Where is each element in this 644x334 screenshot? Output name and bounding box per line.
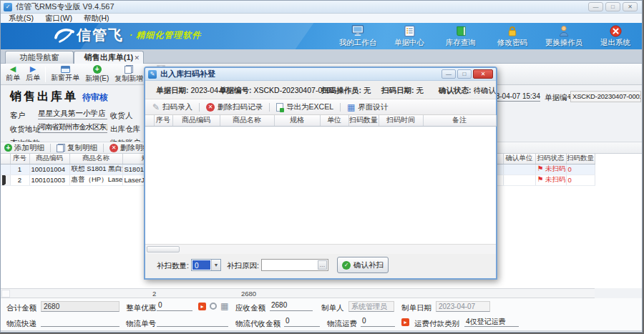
- delete-scan-record-button[interactable]: ✕删除扫码记录: [206, 102, 263, 112]
- dcol-name[interactable]: 商品名称: [220, 115, 274, 126]
- prev-doc-button[interactable]: ◀前单: [3, 64, 23, 84]
- check-icon: ✓: [342, 261, 351, 270]
- grid-icon[interactable]: ▦: [220, 302, 228, 310]
- address-label: 收货地址: [10, 124, 40, 134]
- window-icon: [61, 66, 70, 73]
- ui-design-button[interactable]: ▦界面设计: [347, 102, 388, 112]
- customer-field[interactable]: 星星文具第一小学店: [38, 109, 107, 119]
- discount-label: 整单优惠: [126, 303, 156, 313]
- layout-icon: ▦: [347, 103, 355, 112]
- supplement-qty-combo[interactable]: 0 ▼: [191, 259, 221, 271]
- dialog-close-button[interactable]: ✕: [473, 69, 493, 79]
- col-code[interactable]: 商品编码: [29, 154, 69, 164]
- warehouse-label: 出库仓库: [110, 124, 140, 134]
- dlg-doc-no-label: 单据编号:: [219, 86, 252, 94]
- combo-selected-value: 0: [192, 260, 210, 270]
- new-window-button[interactable]: 新窗开单: [48, 64, 82, 84]
- window-title: 信管飞RMS专业版 V9.4.567: [16, 1, 114, 12]
- scrollbar-thumb[interactable]: [147, 246, 180, 252]
- make-date-field: 2023-04-07: [436, 301, 490, 312]
- total-amount: 2680: [241, 290, 256, 298]
- arrow-left-icon: ◀: [10, 65, 16, 73]
- receivable-field[interactable]: 2680: [270, 301, 313, 311]
- col-name[interactable]: 商品名称: [69, 154, 122, 164]
- add-detail-button[interactable]: +添加明细: [4, 143, 44, 153]
- dialog-horizontal-scrollbar[interactable]: [145, 244, 496, 254]
- dcol-seq[interactable]: 序号: [154, 115, 172, 126]
- dlg-status-value: 待确认: [474, 86, 497, 94]
- copy-detail-button[interactable]: 复制明细: [57, 143, 97, 153]
- delete-icon: ✕: [109, 144, 118, 152]
- minimize-button[interactable]: —: [588, 2, 603, 11]
- express-no-label: 物流单号: [126, 319, 156, 329]
- menu-help[interactable]: 帮助(H): [79, 14, 114, 24]
- freight-check-icon[interactable]: ▸: [401, 318, 409, 326]
- tab-sales-outbound[interactable]: 销售出库单(1) ✕: [74, 51, 144, 64]
- brand-slogan: · 精细化管理软件: [130, 29, 201, 41]
- scan-entry-button[interactable]: ✎扫码录入: [152, 102, 192, 112]
- supplement-reason-input[interactable]: [263, 260, 318, 270]
- express-no-field[interactable]: [157, 317, 228, 327]
- monitor-icon: [351, 25, 365, 37]
- tab-close-icon[interactable]: ✕: [134, 54, 140, 62]
- total-amount-field[interactable]: 2680: [41, 301, 119, 312]
- close-button[interactable]: ✕: [623, 2, 638, 11]
- dcol-qty[interactable]: 扫码数量: [348, 115, 379, 126]
- flag-icon: ⚑: [537, 164, 544, 172]
- menu-system[interactable]: 系统(S): [4, 14, 39, 24]
- excel-icon: [276, 103, 283, 112]
- dcol-spec[interactable]: 规格: [274, 115, 320, 126]
- exit-system-button[interactable]: 退出系统: [595, 25, 636, 48]
- change-password-button[interactable]: 修改密码: [492, 25, 533, 48]
- total-amount-label: 合计金额: [6, 303, 36, 313]
- tab-navigation[interactable]: 功能导航窗: [5, 51, 74, 64]
- col-seq[interactable]: 序号: [10, 154, 29, 164]
- col-confirm-unit[interactable]: 确认单位: [503, 154, 535, 164]
- ellipsis-button[interactable]: …: [318, 260, 327, 270]
- dcol-note[interactable]: 备注: [423, 115, 496, 126]
- doc-no-field[interactable]: XSCKD-20230407-0001: [570, 91, 641, 102]
- document-title: 销售出库单: [10, 89, 78, 104]
- maximize-button[interactable]: □: [605, 2, 620, 11]
- dcol-unit[interactable]: 单位: [320, 115, 348, 126]
- application-window: ✓ 信管飞RMS专业版 V9.4.567 — □ ✕ 系统(S) 窗口(W) 帮…: [0, 0, 643, 333]
- scan-supplement-dialog: ✎ 出入库扫码补登 — □ ✕ 单据日期:2023-04-07 单据编号:XSC…: [144, 67, 497, 280]
- col-scan-status[interactable]: 扫码状态: [535, 154, 566, 164]
- copy-add-button[interactable]: 复制新增: [112, 64, 146, 84]
- brand-name: 信管飞: [77, 26, 124, 45]
- refresh-icon[interactable]: [210, 303, 217, 310]
- confirm-scan-button[interactable]: ✓ 确认补扫: [337, 257, 389, 273]
- export-excel-button[interactable]: 导出为EXCEL: [276, 102, 333, 112]
- express-field[interactable]: [41, 317, 119, 327]
- dcol-code[interactable]: 商品编码: [172, 115, 220, 126]
- freight-type-label: 运费付款类别: [414, 319, 459, 329]
- express-label: 物流快递: [6, 319, 36, 329]
- discount-field[interactable]: 0: [157, 301, 192, 311]
- status-badge: 待审核: [82, 92, 108, 104]
- menu-window[interactable]: 窗口(W): [40, 14, 77, 24]
- freight-field[interactable]: 0: [361, 317, 395, 327]
- freight-type-field[interactable]: 4仅登记运费: [464, 317, 519, 327]
- menu-bar: 系统(S) 窗口(W) 帮助(H): [1, 14, 642, 23]
- autocalc-icon[interactable]: ▸: [198, 303, 206, 310]
- dlg-operator-label: 扫码操作员:: [321, 86, 361, 94]
- dialog-minimize-button[interactable]: —: [441, 69, 456, 79]
- dcol-time[interactable]: 扫码时间: [379, 115, 423, 126]
- dlg-scan-date-value: 无: [416, 86, 424, 94]
- cod-label: 物流代收金额: [235, 319, 280, 329]
- dialog-grid-header: 序号 商品编码 商品名称 规格 单位 扫码数量 扫码时间 备注: [145, 115, 497, 127]
- maker-label: 制单人: [321, 303, 344, 313]
- chevron-down-icon[interactable]: ▼: [211, 260, 220, 270]
- change-operator-button[interactable]: 更换操作员: [543, 25, 585, 48]
- dlg-doc-date-label: 单据日期:: [156, 86, 189, 94]
- cod-field[interactable]: 0: [284, 317, 320, 327]
- add-doc-button[interactable]: +新增(E): [82, 64, 112, 84]
- workbench-button[interactable]: 我的工作台: [337, 25, 379, 48]
- col-scan-qty[interactable]: 扫码数量: [566, 154, 595, 164]
- next-doc-button[interactable]: ▶后单: [23, 64, 43, 84]
- inventory-query-button[interactable]: 库存查询: [440, 25, 482, 48]
- document-center-button[interactable]: 单据中心: [389, 25, 430, 48]
- dialog-maximize-button[interactable]: □: [457, 69, 472, 79]
- copy-icon: [57, 144, 65, 152]
- address-field[interactable]: 河南省郑州市金水区东风路: [38, 122, 107, 133]
